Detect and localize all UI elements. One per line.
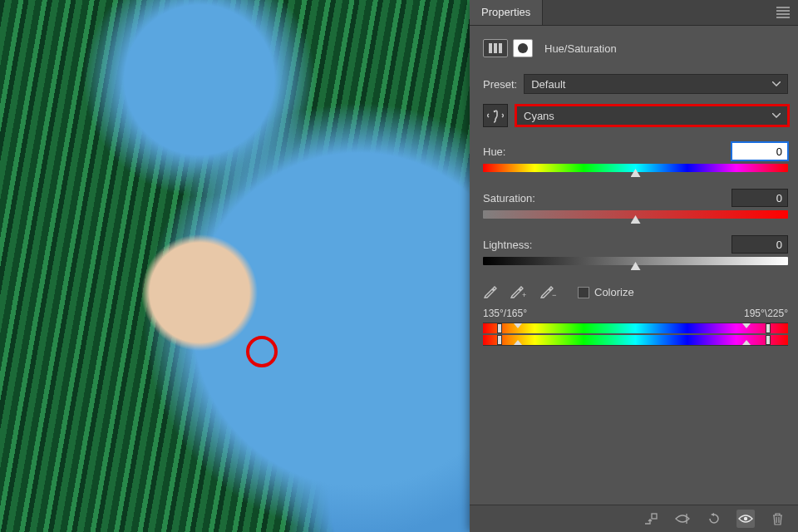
- properties-tab[interactable]: Properties: [470, 0, 543, 25]
- saturation-input[interactable]: [732, 189, 788, 207]
- svg-point-5: [744, 517, 747, 520]
- targeted-adjustment-tool[interactable]: [483, 104, 508, 127]
- colorize-checkbox[interactable]: Colorize: [578, 286, 634, 298]
- colorize-label: Colorize: [594, 286, 634, 298]
- clip-to-layer-icon[interactable]: [642, 510, 660, 528]
- adjustment-type-icon[interactable]: [483, 39, 508, 57]
- range-handle-outer-left[interactable]: [495, 323, 504, 345]
- hue-input[interactable]: [732, 142, 788, 160]
- channel-row: Cyans: [483, 104, 788, 127]
- svg-text:+: +: [522, 291, 526, 298]
- range-left: 135°/165°: [483, 308, 527, 319]
- checkbox-icon: [578, 287, 589, 298]
- adjustment-header: Hue/Saturation: [483, 39, 788, 57]
- range-handle-inner-left[interactable]: [514, 323, 522, 345]
- trash-icon[interactable]: [768, 510, 786, 528]
- eyedropper-subtract-icon[interactable]: −: [539, 283, 558, 301]
- saturation-slider-thumb[interactable]: [631, 215, 641, 224]
- color-range-strip[interactable]: [483, 323, 788, 346]
- color-range-labels: 135°/165° 195°\225°: [483, 308, 788, 319]
- saturation-row: Saturation:: [483, 189, 788, 207]
- eyedropper-add-icon[interactable]: +: [510, 283, 528, 301]
- svg-point-0: [494, 111, 496, 113]
- saturation-label: Saturation:: [483, 192, 558, 204]
- layer-mask-icon[interactable]: [513, 39, 533, 57]
- lightness-label: Lightness:: [483, 239, 558, 251]
- adjustment-name: Hue/Saturation: [544, 42, 617, 55]
- eyedropper-icon[interactable]: [483, 283, 498, 301]
- range-handle-outer-right[interactable]: [764, 323, 772, 345]
- hue-slider-thumb[interactable]: [631, 169, 641, 177]
- sampler-row: + − Colorize: [483, 283, 788, 301]
- preset-row: Preset: Default: [483, 74, 788, 94]
- preset-value: Default: [531, 78, 565, 91]
- hue-row: Hue:: [483, 142, 788, 160]
- reset-icon[interactable]: [705, 510, 723, 528]
- preset-dropdown[interactable]: Default: [524, 74, 788, 94]
- hue-label: Hue:: [483, 145, 558, 158]
- svg-text:−: −: [552, 291, 556, 298]
- lightness-input[interactable]: [732, 235, 788, 254]
- panel-header: Properties: [470, 0, 798, 26]
- panel-footer: [470, 505, 798, 532]
- lightness-slider[interactable]: [483, 257, 788, 265]
- chevron-down-icon: [772, 113, 781, 118]
- lightness-slider-thumb[interactable]: [631, 262, 641, 270]
- hue-slider[interactable]: [483, 164, 788, 172]
- view-previous-icon[interactable]: [673, 510, 692, 528]
- svg-rect-3: [652, 514, 657, 519]
- visibility-icon[interactable]: [736, 510, 755, 528]
- channel-dropdown[interactable]: Cyans: [516, 106, 788, 126]
- panel-body: Hue/Saturation Preset: Default: [470, 26, 798, 505]
- range-handle-inner-right[interactable]: [742, 323, 751, 345]
- annotation-circle: [246, 336, 278, 367]
- preset-label: Preset:: [483, 78, 517, 91]
- range-right: 195°\225°: [744, 308, 788, 319]
- app-stage: Properties Hue/Saturation Preset: Defaul…: [0, 0, 798, 532]
- channel-value: Cyans: [524, 110, 554, 122]
- lightness-row: Lightness:: [483, 235, 788, 254]
- properties-panel: Properties Hue/Saturation Preset: Defaul…: [470, 0, 798, 532]
- panel-menu-icon[interactable]: [776, 5, 790, 20]
- chevron-down-icon: [772, 81, 781, 86]
- saturation-slider[interactable]: [483, 210, 788, 219]
